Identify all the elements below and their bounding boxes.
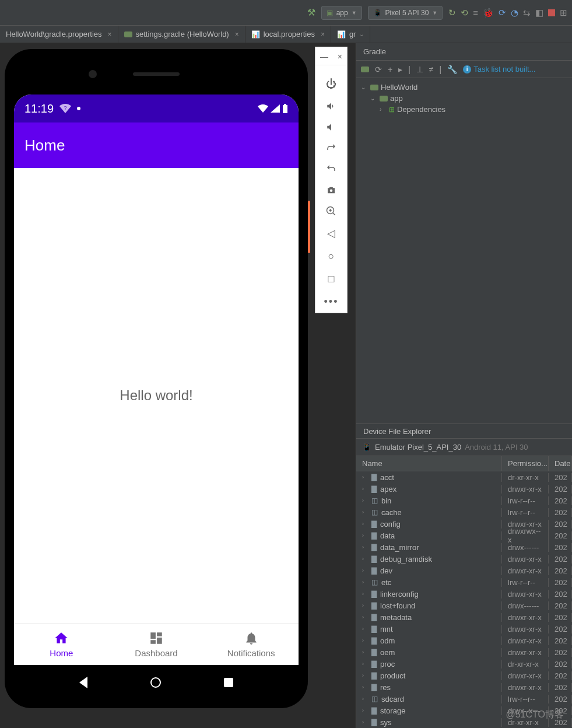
profiler-icon[interactable]: ⟳ xyxy=(499,8,506,18)
chevron-right-icon[interactable]: › xyxy=(362,649,368,655)
chevron-right-icon[interactable]: › xyxy=(362,498,368,503)
file-row[interactable]: ›▇lost+founddrwx------202 xyxy=(356,600,572,611)
file-row[interactable]: ›▇mntdrwxr-xr-x202 xyxy=(356,623,572,635)
tree-row[interactable]: ⌄ HelloWorld xyxy=(356,82,572,93)
editor-tab[interactable]: 📊 gr ⌄ xyxy=(331,26,371,43)
volume-down-icon[interactable] xyxy=(326,122,336,132)
chevron-right-icon[interactable]: › xyxy=(362,544,368,550)
chevron-right-icon[interactable]: › xyxy=(362,486,368,492)
screenshot-icon[interactable] xyxy=(326,185,336,195)
column-permissions[interactable]: Permissio... xyxy=(502,456,549,471)
toggle-icon[interactable]: ≠ xyxy=(429,65,434,74)
rotate-right-icon[interactable] xyxy=(326,164,336,174)
expand-icon[interactable]: ⊥ xyxy=(416,65,423,74)
chevron-right-icon[interactable]: › xyxy=(362,661,368,667)
chevron-down-icon[interactable]: ⌄ xyxy=(359,31,364,37)
file-row[interactable]: ›▇acctdr-xr-xr-x202 xyxy=(356,471,572,483)
system-home-button[interactable] xyxy=(150,677,161,688)
coverage-icon[interactable]: ◔ xyxy=(511,8,518,18)
gradle-icon[interactable] xyxy=(361,66,369,72)
volume-up-icon[interactable] xyxy=(326,101,336,111)
chevron-right-icon[interactable]: › xyxy=(362,591,368,597)
wrench-icon[interactable]: 🔧 xyxy=(447,65,457,74)
file-row[interactable]: ›▇metadatadrwxr-xr-x202 xyxy=(356,611,572,623)
file-row[interactable]: ›▇odmdrwxr-xr-x202 xyxy=(356,635,572,646)
chevron-right-icon[interactable]: › xyxy=(362,719,368,725)
close-icon[interactable]: × xyxy=(321,30,325,38)
debug-restart-icon[interactable]: ≡ xyxy=(473,8,478,18)
chevron-down-icon[interactable]: ⌄ xyxy=(361,84,368,90)
file-row[interactable]: ›◫sdcardlrw-r--r--202 xyxy=(356,693,572,705)
run-icon[interactable]: ↻ xyxy=(448,8,456,18)
chevron-right-icon[interactable]: › xyxy=(362,474,368,480)
tree-row[interactable]: › ⊞ Dependencies xyxy=(356,104,572,115)
build-icon[interactable]: ⚒ xyxy=(307,7,315,18)
file-row[interactable]: ›▇procdr-xr-xr-x202 xyxy=(356,658,572,670)
run-config-dropdown[interactable]: ▣ app ▼ xyxy=(321,6,362,20)
chevron-right-icon[interactable]: › xyxy=(362,626,368,632)
file-row[interactable]: ›▇data_mirrordrwx------202 xyxy=(356,541,572,553)
editor-tab[interactable]: HelloWorld\gradle.properties × xyxy=(0,26,118,43)
nav-item-home[interactable]: Home xyxy=(14,624,109,665)
attach-icon[interactable]: ⇆ xyxy=(523,8,531,18)
zoom-icon[interactable] xyxy=(326,206,336,216)
nav-item-notifications[interactable]: Notifications xyxy=(203,624,299,665)
file-row[interactable]: ›▇linkerconfigdrwxr-xr-x202 xyxy=(356,588,572,600)
file-row[interactable]: ›▇productdrwxr-xr-x202 xyxy=(356,670,572,681)
system-back-button[interactable] xyxy=(79,677,87,688)
dfe-device-selector[interactable]: 📱 Emulator Pixel_5_API_30 Android 11, AP… xyxy=(356,439,572,456)
system-overview-button[interactable] xyxy=(224,678,233,687)
file-row[interactable]: ›◫cachelrw-r--r--202 xyxy=(356,506,572,518)
refresh-icon[interactable]: ⟳ xyxy=(375,65,382,74)
stop-icon[interactable] xyxy=(548,9,555,16)
more-icon[interactable]: ••• xyxy=(324,296,339,308)
chevron-right-icon[interactable]: › xyxy=(362,614,368,620)
chevron-down-icon[interactable]: ⌄ xyxy=(370,95,377,102)
chevron-right-icon[interactable]: › xyxy=(362,684,368,690)
device-screen[interactable]: 11:19 ? x Home xyxy=(14,94,299,665)
device-power-button[interactable] xyxy=(308,201,310,253)
column-date[interactable]: Date xyxy=(549,456,572,471)
chevron-right-icon[interactable]: › xyxy=(362,673,368,678)
chevron-right-icon[interactable]: › xyxy=(362,696,368,702)
apply-changes-icon[interactable]: ⟲ xyxy=(461,8,468,18)
chevron-right-icon[interactable]: › xyxy=(362,708,368,713)
debug-icon[interactable]: 🐞 xyxy=(483,8,494,18)
power-icon[interactable]: ⏻ xyxy=(326,78,336,90)
stop-icon[interactable]: ▸ xyxy=(398,65,402,74)
close-icon[interactable]: × xyxy=(235,30,239,38)
file-row[interactable]: ›▇apexdrwxr-xr-x202 xyxy=(356,483,572,495)
plus-icon[interactable]: + xyxy=(388,65,392,74)
chevron-right-icon[interactable]: › xyxy=(362,638,368,643)
task-status[interactable]: i Task list not built... xyxy=(463,65,535,74)
back-icon[interactable]: ◁ xyxy=(327,227,335,240)
tree-row[interactable]: ⌄ app xyxy=(356,93,572,104)
chevron-right-icon[interactable]: › xyxy=(380,106,387,113)
chevron-right-icon[interactable]: › xyxy=(362,533,368,538)
rotate-left-icon[interactable] xyxy=(326,143,336,153)
chevron-right-icon[interactable]: › xyxy=(362,556,368,562)
avd-icon[interactable]: ◧ xyxy=(535,8,543,18)
chevron-right-icon[interactable]: › xyxy=(362,603,368,608)
editor-tab[interactable]: settings.gradle (HelloWorld) × xyxy=(118,26,245,43)
file-row[interactable]: ›◫binlrw-r--r--202 xyxy=(356,495,572,506)
home-icon[interactable]: ○ xyxy=(328,250,335,262)
file-row[interactable]: ›▇oemdrwxr-xr-x202 xyxy=(356,646,572,658)
close-icon[interactable]: × xyxy=(338,52,342,61)
device-dropdown[interactable]: 📱 Pixel 5 API 30 ▼ xyxy=(368,6,443,20)
column-name[interactable]: Name xyxy=(356,456,502,471)
editor-tab[interactable]: 📊 local.properties × xyxy=(245,26,331,43)
file-row[interactable]: ›▇datadrwxrwx--x202 xyxy=(356,530,572,541)
nav-item-dashboard[interactable]: Dashboard xyxy=(109,624,204,665)
file-row[interactable]: ›◫etclrw-r--r--202 xyxy=(356,576,572,588)
file-row[interactable]: ›▇resdrwxr-xr-x202 xyxy=(356,681,572,693)
file-row[interactable]: ›▇debug_ramdiskdrwxr-xr-x202 xyxy=(356,553,572,565)
chevron-right-icon[interactable]: › xyxy=(362,568,368,573)
chevron-right-icon[interactable]: › xyxy=(362,579,368,585)
chevron-right-icon[interactable]: › xyxy=(362,521,368,527)
overview-icon[interactable]: □ xyxy=(328,273,335,285)
sync-icon[interactable]: ⊞ xyxy=(560,8,567,18)
chevron-right-icon[interactable]: › xyxy=(362,509,368,515)
file-row[interactable]: ›▇devdrwxr-xr-x202 xyxy=(356,565,572,576)
minimize-icon[interactable]: — xyxy=(320,52,328,61)
